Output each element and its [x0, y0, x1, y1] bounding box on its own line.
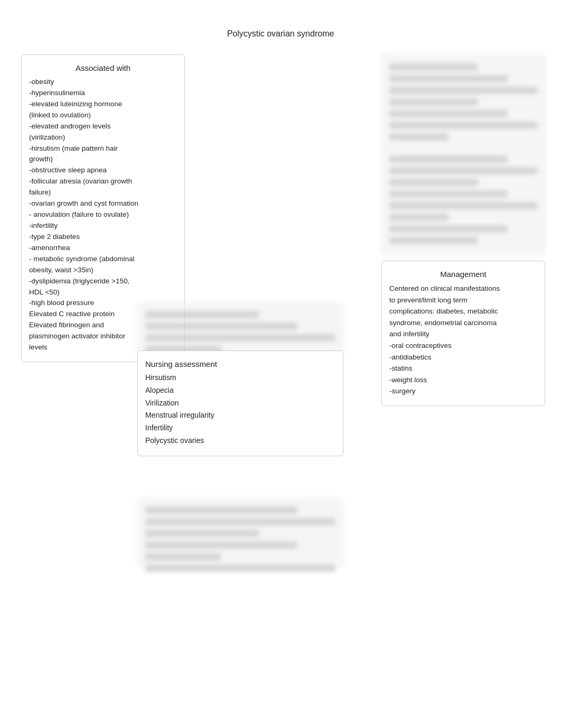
list-item: Virilization: [145, 397, 335, 410]
management-card-body: Centered on clinical manifestationsto pr…: [389, 283, 537, 397]
page-title: Polycystic ovarian syndrome: [0, 0, 561, 54]
nursing-card-title: Nursing assessment: [145, 360, 335, 368]
nursing-assessment-card: Nursing assessment Hirsutism Alopecia Vi…: [137, 351, 343, 456]
blurred-card-bottom: [137, 499, 343, 567]
management-card-title: Management: [389, 270, 537, 279]
associated-card-title: Associated with: [29, 63, 177, 72]
associated-card-text: -obesity-hyperinsulinemia-elevated lutei…: [29, 78, 138, 351]
blurred-card-center: [137, 303, 343, 356]
nursing-card-body: Hirsutism Alopecia Virilization Menstrua…: [145, 372, 335, 447]
list-item: Hirsutism: [145, 372, 335, 384]
management-card-text: Centered on clinical manifestationsto pr…: [389, 284, 500, 395]
list-item: Alopecia: [145, 384, 335, 397]
list-item: Polycystic ovaries: [145, 435, 335, 447]
list-item: Menstrual irregularity: [145, 409, 335, 422]
management-card: Management Centered on clinical manifest…: [381, 261, 545, 406]
list-item: Infertility: [145, 422, 335, 435]
blurred-card-top: [381, 54, 545, 255]
